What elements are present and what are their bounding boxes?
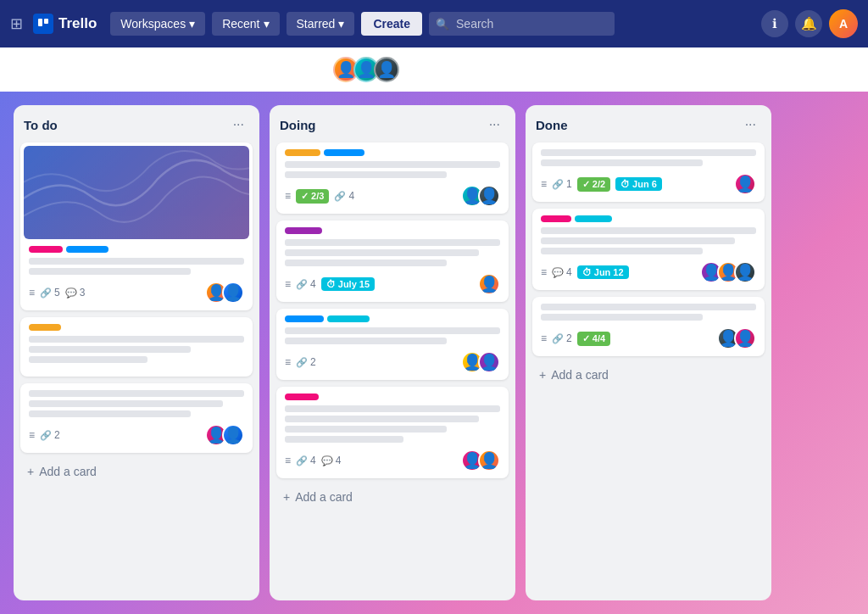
column-todo-header: To do ··· bbox=[20, 114, 253, 136]
create-button[interactable]: Create bbox=[361, 12, 422, 36]
workspaces-chevron-icon: ▾ bbox=[189, 17, 195, 31]
label-pink bbox=[29, 246, 63, 253]
card-7[interactable]: ≡ 🔗 4 💬 4 bbox=[276, 387, 509, 478]
member-avatar-3[interactable] bbox=[374, 57, 399, 82]
label-cyan bbox=[327, 315, 370, 322]
app-name: Trello bbox=[58, 15, 97, 32]
card-7-line-3 bbox=[285, 426, 447, 433]
starred-menu[interactable]: Starred ▾ bbox=[287, 12, 355, 36]
card-9-due-date: ⏱ Jun 12 bbox=[577, 265, 629, 279]
card-8-menu-icon: ≡ bbox=[541, 178, 547, 190]
add-card-todo-label: Add a card bbox=[39, 465, 97, 478]
card-2-labels bbox=[29, 324, 244, 331]
column-done-menu-button[interactable]: ··· bbox=[740, 115, 761, 134]
add-card-done-button[interactable]: + Add a card bbox=[532, 363, 765, 387]
board-toolbar: ‹ ⊞ Board ▾ Team board ☆ Acme, Inc. +3 I… bbox=[0, 47, 868, 92]
card-4-footer: ≡ ✓ 2/3 🔗 4 bbox=[285, 185, 500, 207]
card-6[interactable]: ≡ 🔗 2 bbox=[276, 309, 509, 380]
card-10[interactable]: ≡ 🔗 2 ✓ 4/4 bbox=[532, 297, 765, 356]
invite-button[interactable]: Invite bbox=[435, 59, 481, 80]
card-1-footer: ≡ 🔗 5 💬 3 bbox=[29, 282, 244, 304]
card-5-avatars bbox=[478, 273, 500, 295]
card-9-footer: ≡ 💬 4 ⏱ Jun 12 bbox=[541, 261, 756, 283]
card-8-line-2 bbox=[541, 159, 703, 166]
notifications-button[interactable]: 🔔 bbox=[795, 10, 822, 37]
card-7-comments: 💬 4 bbox=[321, 455, 342, 466]
column-done: Done ··· ≡ 🔗 1 ✓ 2/2 ⏱ Jun 6 bbox=[526, 105, 771, 600]
workspace-name: Acme, Inc. bbox=[264, 63, 316, 75]
label-blue bbox=[66, 246, 108, 253]
info-button[interactable]: ℹ bbox=[761, 10, 788, 37]
card-5-line-3 bbox=[285, 260, 447, 266]
card-1-line-1 bbox=[29, 258, 244, 265]
card-8-meta: ≡ 🔗 1 ✓ 2/2 ⏱ Jun 6 bbox=[541, 177, 727, 192]
card-3-line-2 bbox=[29, 400, 223, 407]
svg-rect-0 bbox=[38, 19, 42, 26]
column-todo-menu-button[interactable]: ··· bbox=[228, 115, 249, 134]
card-7-line-2 bbox=[285, 416, 479, 422]
card-9-avatars bbox=[700, 261, 756, 283]
card-10-attach: 🔗 2 bbox=[552, 332, 572, 344]
card-7-meta: ≡ 🔗 4 💬 4 bbox=[285, 455, 454, 466]
label-purple bbox=[285, 227, 322, 234]
card-10-line-2 bbox=[541, 314, 703, 321]
search-input[interactable] bbox=[429, 12, 615, 36]
column-doing-menu-button[interactable]: ··· bbox=[484, 115, 505, 134]
card-6-labels bbox=[285, 315, 500, 322]
card-7-avatar-2 bbox=[478, 449, 500, 472]
column-done-title: Done bbox=[536, 118, 568, 132]
column-todo: To do ··· ≡ � bbox=[14, 105, 259, 600]
label-orange-2 bbox=[285, 149, 320, 156]
add-card-doing-button[interactable]: + Add a card bbox=[276, 485, 509, 509]
card-1[interactable]: ≡ 🔗 5 💬 3 bbox=[20, 142, 253, 310]
card-6-avatar-2 bbox=[478, 351, 500, 373]
add-card-todo-button[interactable]: + Add a card bbox=[20, 460, 253, 483]
more-options-button[interactable]: ··· bbox=[827, 59, 854, 81]
card-9[interactable]: ≡ 💬 4 ⏱ Jun 12 bbox=[532, 209, 765, 290]
card-7-line-1 bbox=[285, 405, 500, 412]
board-type-button[interactable]: ⊞ Board ▾ bbox=[46, 59, 116, 80]
card-6-avatars bbox=[461, 351, 500, 373]
card-5-line-2 bbox=[285, 249, 479, 256]
card-8-line-1 bbox=[541, 149, 756, 156]
card-10-menu-icon: ≡ bbox=[541, 332, 547, 344]
workspace-tag[interactable]: Acme, Inc. bbox=[256, 59, 325, 80]
card-3[interactable]: ≡ 🔗 2 bbox=[20, 383, 253, 453]
card-4-content bbox=[285, 161, 500, 178]
card-7-footer: ≡ 🔗 4 💬 4 bbox=[285, 449, 500, 472]
card-6-content bbox=[285, 327, 500, 344]
card-3-footer: ≡ 🔗 2 bbox=[29, 424, 244, 446]
star-button[interactable]: ☆ bbox=[214, 59, 231, 81]
card-5[interactable]: ≡ 🔗 4 ⏱ July 15 bbox=[276, 220, 509, 302]
logo[interactable]: Trello bbox=[33, 14, 97, 34]
navbar: ⊞ Trello Workspaces ▾ Recent ▾ Starred ▾… bbox=[0, 0, 868, 47]
user-avatar[interactable]: A bbox=[829, 9, 858, 38]
column-doing-title: Doing bbox=[280, 118, 316, 132]
card-4-line-2 bbox=[285, 171, 447, 178]
collapse-sidebar-button[interactable]: ‹ bbox=[14, 58, 37, 81]
invite-label: Invite bbox=[445, 63, 471, 75]
card-8-avatars bbox=[734, 173, 756, 195]
card-4[interactable]: ≡ ✓ 2/3 🔗 4 bbox=[276, 142, 509, 214]
card-10-avatars bbox=[717, 327, 756, 349]
card-5-content bbox=[285, 239, 500, 266]
card-6-line-1 bbox=[285, 327, 500, 334]
card-9-menu-icon: ≡ bbox=[541, 266, 547, 278]
grid-icon[interactable]: ⊞ bbox=[10, 14, 23, 33]
card-4-checklist: ✓ 2/3 bbox=[296, 189, 329, 204]
starred-chevron-icon: ▾ bbox=[338, 17, 344, 31]
card-9-line-3 bbox=[541, 248, 703, 254]
member-count[interactable]: +3 bbox=[403, 61, 426, 78]
card-5-meta: ≡ 🔗 4 ⏱ July 15 bbox=[285, 277, 471, 291]
card-7-line-4 bbox=[285, 436, 403, 443]
card-1-content bbox=[29, 258, 244, 275]
card-5-attach: 🔗 4 bbox=[296, 278, 316, 290]
recent-menu[interactable]: Recent ▾ bbox=[212, 12, 279, 36]
workspaces-menu[interactable]: Workspaces ▾ bbox=[110, 12, 205, 36]
card-7-attach: 🔗 4 bbox=[296, 455, 316, 466]
card-2[interactable] bbox=[20, 317, 253, 377]
add-card-todo-icon: + bbox=[27, 465, 34, 478]
label-blue-2 bbox=[324, 149, 364, 156]
card-8[interactable]: ≡ 🔗 1 ✓ 2/2 ⏱ Jun 6 bbox=[532, 142, 765, 202]
card-6-attach: 🔗 2 bbox=[296, 356, 316, 368]
